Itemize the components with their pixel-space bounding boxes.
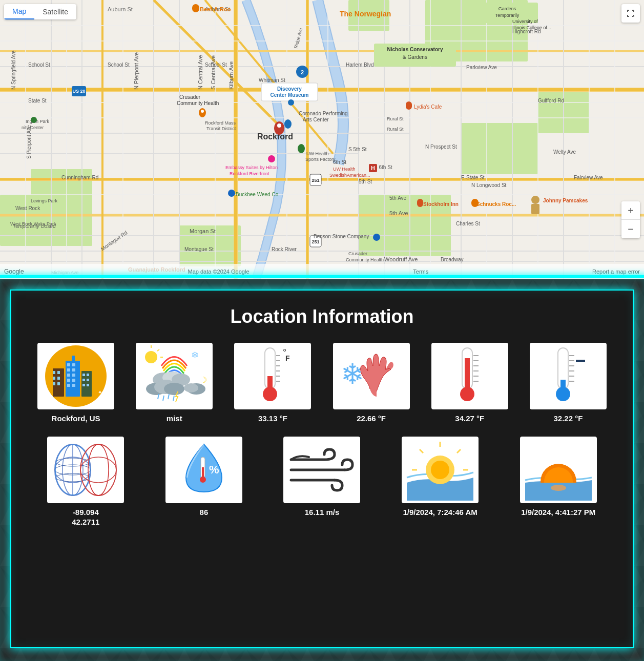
svg-text:Cunningham Rd: Cunningham Rd: [61, 175, 98, 180]
svg-text:Morgan St: Morgan St: [190, 228, 216, 234]
svg-point-279: [551, 485, 566, 491]
svg-text:Community Health: Community Health: [177, 100, 219, 106]
svg-text:5th St: 5th St: [359, 179, 372, 184]
svg-text:UW Health: UW Health: [333, 167, 356, 172]
svg-point-263: [80, 457, 116, 483]
svg-text:S Central Ave: S Central Ave: [210, 55, 216, 90]
map-report[interactable]: Report a map error: [592, 268, 640, 275]
svg-text:N Prospect St: N Prospect St: [425, 144, 457, 150]
svg-rect-170: [634, 15, 634, 17]
city-label: Rockford, US: [52, 414, 100, 424]
location-info-container: Location Information ✦ ✦ ✦: [10, 290, 634, 648]
svg-line-218: [168, 394, 169, 399]
wind-icon-box: [283, 437, 360, 503]
svg-text:Ington Park: Ington Park: [26, 119, 50, 124]
svg-rect-183: [57, 377, 60, 380]
svg-text:Gulfford Rd: Gulfford Rd: [538, 98, 564, 104]
zoom-out-button[interactable]: −: [621, 220, 640, 238]
svg-text:& Gardens: & Gardens: [403, 54, 427, 60]
svg-text:UW Health: UW Health: [306, 151, 329, 156]
svg-text:S 5th St: S 5th St: [348, 147, 367, 152]
svg-rect-166: [634, 10, 634, 12]
svg-rect-199: [82, 374, 85, 376]
svg-text:Parkview Ave: Parkview Ave: [466, 65, 497, 70]
svg-text:H: H: [371, 165, 375, 171]
map-section: 251 251 US 20 2 Auburn St Auburn St N Sp…: [0, 0, 644, 279]
svg-point-215: [164, 383, 184, 395]
svg-text:✦: ✦: [99, 350, 104, 357]
svg-rect-182: [53, 377, 55, 380]
svg-rect-266: [202, 467, 204, 478]
info-grid-row1: ✦ ✦ ✦: [32, 343, 612, 424]
svg-rect-150: [531, 204, 539, 214]
svg-text:School St: School St: [108, 62, 130, 68]
svg-text:University of: University of: [512, 19, 538, 24]
weather-icon-box: ❄: [136, 343, 213, 409]
svg-rect-201: [82, 379, 85, 381]
svg-text:Crusader: Crusader: [179, 94, 201, 100]
sunset-card: 1/9/2024, 4:41:27 PM: [504, 437, 612, 527]
svg-text:251: 251: [311, 178, 319, 183]
svg-text:F: F: [285, 354, 290, 362]
map-tabs: Map Satellite: [4, 4, 76, 19]
svg-text:Community Health: Community Health: [346, 257, 384, 262]
svg-text:❄: ❄: [191, 350, 199, 360]
svg-text:5th Ave: 5th Ave: [389, 210, 408, 216]
svg-text:Temporarily: Temporarily: [495, 13, 520, 18]
svg-text:Crusader: Crusader: [348, 251, 367, 256]
svg-text:Lydia's Cafe: Lydia's Cafe: [414, 104, 442, 110]
coords-label: -89.094 42.2711: [72, 507, 99, 527]
svg-text:nity Center: nity Center: [22, 125, 44, 130]
svg-line-217: [163, 396, 164, 401]
svg-text:Harlem Blvd: Harlem Blvd: [346, 62, 373, 68]
svg-text:SwedishAmerican...: SwedishAmerican...: [329, 173, 370, 178]
svg-rect-180: [53, 371, 55, 374]
city-icon-box: ✦ ✦ ✦: [37, 343, 114, 409]
wind-card: 16.11 m/s: [268, 437, 376, 527]
temp-card: ° F 33.13 °F: [228, 343, 317, 424]
svg-text:%: %: [209, 463, 219, 476]
svg-rect-242: [465, 358, 470, 389]
svg-text:West Rock Wake Park: West Rock Wake Park: [10, 221, 56, 226]
svg-text:N Central Ave: N Central Ave: [197, 55, 203, 90]
humidity-label: 86: [200, 507, 209, 518]
svg-point-122: [201, 110, 204, 113]
svg-point-275: [431, 461, 449, 479]
svg-rect-181: [57, 371, 60, 374]
svg-text:E-State St: E-State St: [461, 175, 485, 180]
svg-text:Center Museum: Center Museum: [270, 92, 308, 98]
svg-text:Woodruff Ave: Woodruff Ave: [384, 256, 418, 262]
feels-label: 22.66 °F: [357, 414, 386, 424]
map-tab-map[interactable]: Map: [4, 4, 34, 19]
map-terms[interactable]: Terms: [413, 268, 428, 275]
svg-text:❄: ❄: [341, 358, 364, 390]
svg-text:West Rock: West Rock: [15, 205, 40, 211]
svg-text:Arts Center: Arts Center: [303, 117, 329, 122]
svg-text:Kilburn Ave: Kilburn Ave: [228, 61, 234, 90]
fullscreen-button[interactable]: [621, 4, 640, 23]
svg-point-129: [274, 121, 284, 135]
map-container: 251 251 US 20 2 Auburn St Auburn St N Sp…: [0, 0, 644, 279]
svg-text:Charles St: Charles St: [456, 221, 480, 226]
coords-card: -89.094 42.2711: [32, 437, 140, 527]
svg-text:Gardens: Gardens: [498, 6, 516, 11]
map-tab-satellite[interactable]: Satellite: [34, 4, 76, 19]
svg-text:N Pierpont Ave: N Pierpont Ave: [133, 52, 139, 90]
svg-rect-168: [627, 15, 628, 17]
svg-text:N Springfield Ave: N Springfield Ave: [11, 50, 16, 90]
svg-text:Buckbee Weed Co: Buckbee Weed Co: [236, 192, 279, 197]
svg-text:Falrview Ave: Falrview Ave: [574, 175, 603, 180]
info-section: Location Information ✦ ✦ ✦: [0, 279, 644, 661]
sunrise-icon-box: [402, 437, 479, 503]
svg-text:Coronado Performing: Coronado Performing: [299, 111, 348, 116]
svg-text:Montague St: Montague St: [184, 246, 214, 252]
svg-rect-152: [373, 234, 380, 241]
svg-text:Rockford: Rockford: [257, 132, 293, 141]
svg-rect-203: [82, 384, 85, 386]
svg-rect-202: [87, 379, 89, 381]
svg-rect-133: [268, 155, 275, 162]
google-logo: Google: [4, 268, 24, 275]
svg-rect-197: [72, 384, 75, 387]
zoom-in-button[interactable]: +: [621, 201, 640, 220]
max-temp-card: 34.27 °F: [426, 343, 514, 424]
